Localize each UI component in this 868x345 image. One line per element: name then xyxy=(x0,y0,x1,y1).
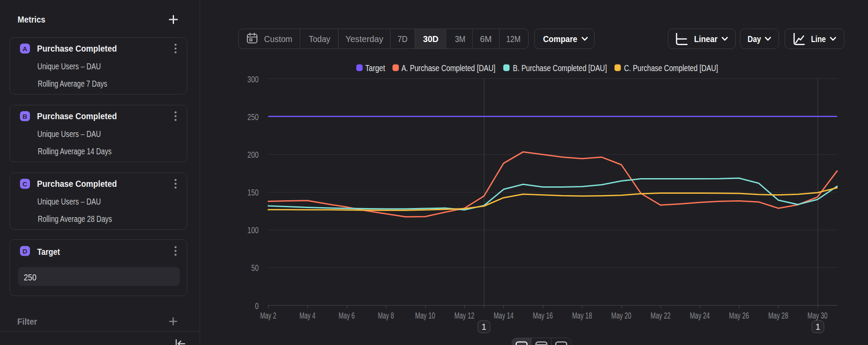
svg-text:1: 1 xyxy=(481,322,486,332)
svg-text:1: 1 xyxy=(815,322,820,332)
svg-text:50: 50 xyxy=(251,263,259,273)
svg-text:May 24: May 24 xyxy=(690,311,710,320)
svg-text:B. Purchase Completed [DAU]: B. Purchase Completed [DAU] xyxy=(513,63,607,73)
svg-text:Today: Today xyxy=(309,34,331,44)
svg-text:May 14: May 14 xyxy=(493,311,513,320)
svg-text:A: A xyxy=(23,45,27,52)
svg-text:Filter: Filter xyxy=(17,316,37,326)
svg-text:May 16: May 16 xyxy=(533,311,553,320)
svg-text:D: D xyxy=(23,247,27,255)
svg-text:Unique Users – DAU: Unique Users – DAU xyxy=(37,62,101,71)
svg-text:Custom: Custom xyxy=(264,34,293,44)
svg-text:May 18: May 18 xyxy=(572,311,592,320)
svg-text:300: 300 xyxy=(247,75,259,84)
svg-text:Metrics: Metrics xyxy=(18,14,46,24)
svg-text:May 10: May 10 xyxy=(415,311,435,320)
svg-text:200: 200 xyxy=(247,150,259,159)
svg-text:250: 250 xyxy=(247,112,259,122)
svg-text:7D: 7D xyxy=(398,34,408,44)
svg-text:6M: 6M xyxy=(480,34,492,44)
svg-text:Compare: Compare xyxy=(543,34,577,44)
svg-text:250: 250 xyxy=(24,272,36,282)
svg-text:May 22: May 22 xyxy=(651,311,671,320)
svg-text:A. Purchase Completed [DAU]: A. Purchase Completed [DAU] xyxy=(401,63,496,73)
svg-text:B: B xyxy=(23,113,27,120)
svg-text:Unique Users – DAU: Unique Users – DAU xyxy=(37,197,101,206)
svg-text:C. Purchase Completed [DAU]: C. Purchase Completed [DAU] xyxy=(624,63,718,73)
svg-text:12M: 12M xyxy=(506,34,520,44)
svg-text:May 6: May 6 xyxy=(339,311,355,320)
svg-text:Target: Target xyxy=(365,63,385,73)
svg-text:May 26: May 26 xyxy=(729,311,749,320)
svg-text:Linear: Linear xyxy=(694,34,717,44)
svg-text:Day: Day xyxy=(748,34,761,44)
svg-text:Rolling Average 28 Days: Rolling Average 28 Days xyxy=(38,214,112,224)
svg-text:May 4: May 4 xyxy=(299,311,316,320)
svg-text:150: 150 xyxy=(247,188,259,197)
svg-text:Purchase Completed: Purchase Completed xyxy=(37,111,117,121)
svg-text:Purchase Completed: Purchase Completed xyxy=(37,43,117,53)
svg-text:Target: Target xyxy=(37,247,60,257)
svg-text:Rolling Average 7 Days: Rolling Average 7 Days xyxy=(38,79,107,88)
svg-text:3M: 3M xyxy=(455,34,465,44)
svg-text:Rolling Average 14 Days: Rolling Average 14 Days xyxy=(38,146,112,156)
svg-text:May 12: May 12 xyxy=(454,311,474,320)
svg-text:100: 100 xyxy=(247,225,259,235)
svg-text:May 30: May 30 xyxy=(808,311,828,320)
svg-text:Unique Users – DAU: Unique Users – DAU xyxy=(37,129,101,139)
svg-text:Yesterday: Yesterday xyxy=(345,34,383,44)
svg-text:Line: Line xyxy=(811,34,826,44)
svg-text:May 2: May 2 xyxy=(260,311,276,320)
svg-text:May 8: May 8 xyxy=(378,311,394,320)
svg-text:May 28: May 28 xyxy=(768,311,788,320)
svg-text:C: C xyxy=(23,180,27,188)
svg-text:30D: 30D xyxy=(423,34,439,44)
svg-text:Purchase Completed: Purchase Completed xyxy=(37,179,117,189)
svg-text:0: 0 xyxy=(255,301,259,311)
svg-text:May 20: May 20 xyxy=(612,311,631,320)
